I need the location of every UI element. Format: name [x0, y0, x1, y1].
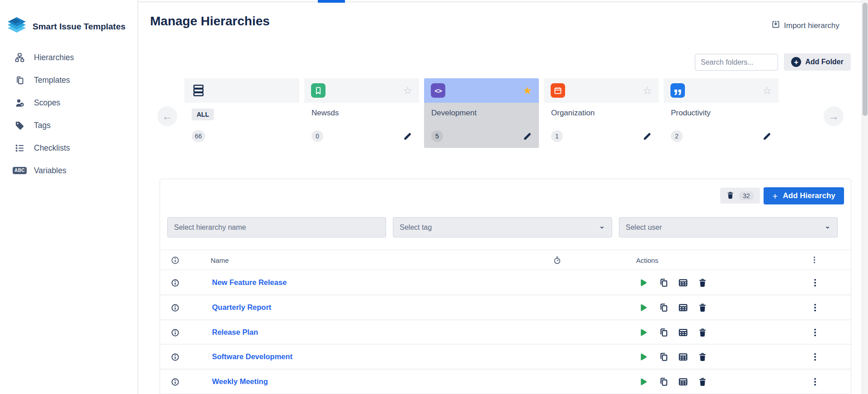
folder-name: ALL [192, 109, 214, 120]
hierarchy-rows: New Feature Release Quarterly Report Rel… [160, 271, 851, 394]
kebab-icon[interactable] [810, 256, 819, 264]
info-icon[interactable] [171, 304, 179, 312]
scroll-right-button[interactable]: → [824, 106, 844, 126]
folder-card-productivity[interactable]: ” ☆ Productivity 2 [664, 78, 778, 148]
user-check-icon [14, 97, 25, 109]
tag-filter-select[interactable]: Select tag [393, 217, 612, 237]
copy-icon[interactable] [659, 303, 669, 313]
sidebar-item-tags[interactable]: Tags [0, 114, 137, 137]
hierarchy-name-filter-input[interactable] [167, 217, 386, 237]
folder-card-body: Organization 1 [544, 103, 659, 148]
stopwatch-icon[interactable] [553, 256, 561, 265]
sidebar-item-variables[interactable]: ABC Variables [0, 159, 137, 182]
hierarchy-name-link[interactable]: Quarterly Report [212, 303, 271, 312]
scrollbar-thumb[interactable] [863, 3, 868, 116]
play-icon[interactable] [638, 303, 648, 313]
sidebar: Smart Issue Templates Hierarchies Templa… [0, 0, 138, 394]
folder-card-body: ALL 66 [184, 103, 299, 148]
star-icon[interactable]: ★ [523, 85, 532, 96]
table-icon[interactable] [678, 278, 688, 288]
table-icon[interactable] [678, 328, 688, 337]
folder-card-all[interactable]: ALL 66 [184, 78, 299, 148]
star-icon[interactable]: ☆ [403, 85, 412, 96]
pencil-icon[interactable] [763, 132, 771, 141]
checklist-icon [14, 142, 25, 154]
folder-card-development[interactable]: <> ★ Development 5 [424, 78, 539, 148]
folder-card-header: ☆ [304, 78, 419, 103]
table-row: Quarterly Report [160, 295, 851, 320]
scrollbar[interactable] [862, 0, 868, 394]
trash-icon [726, 191, 735, 201]
play-icon[interactable] [638, 278, 648, 288]
copy-icon[interactable] [659, 352, 669, 362]
folder-card-newsds[interactable]: ☆ Newsds 0 [304, 78, 419, 148]
sidebar-item-templates[interactable]: Templates [0, 69, 137, 91]
table-icon[interactable] [678, 352, 688, 362]
search-folders-input[interactable] [695, 54, 778, 71]
pencil-icon[interactable] [403, 132, 412, 141]
sidebar-item-scopes[interactable]: Scopes [0, 91, 137, 114]
info-icon [171, 256, 179, 265]
info-icon[interactable] [171, 328, 179, 337]
templates-icon [14, 75, 25, 86]
bulk-trash-button[interactable]: 32 [720, 188, 760, 204]
column-header-name[interactable]: Name [211, 256, 229, 264]
info-icon[interactable] [171, 353, 179, 361]
calendar-icon [551, 83, 565, 98]
folder-name: Development [431, 109, 476, 118]
table-icon[interactable] [678, 377, 688, 387]
pencil-icon[interactable] [523, 132, 532, 141]
folder-count-badge: 1 [551, 130, 563, 142]
copy-icon[interactable] [659, 377, 669, 387]
user-filter-select[interactable]: Select user [619, 217, 838, 237]
copy-icon[interactable] [659, 278, 669, 288]
folder-card-header: ” ☆ [664, 78, 778, 103]
kebab-icon[interactable] [810, 303, 820, 313]
hierarchy-name-link[interactable]: Weekly Meeting [212, 377, 268, 386]
filters-row: Select tag Select user [160, 217, 851, 237]
bookmark-icon [311, 83, 326, 98]
kebab-icon[interactable] [810, 352, 820, 362]
kebab-icon[interactable] [810, 328, 820, 337]
trash-icon[interactable] [698, 328, 708, 337]
add-hierarchy-button[interactable]: + Add Hierarchy [764, 187, 844, 204]
folder-card-organization[interactable]: ☆ Organization 1 [544, 78, 659, 148]
import-hierarchy-button[interactable]: Import hierarchy [771, 20, 840, 31]
folder-count-badge: 5 [431, 130, 443, 142]
trash-icon[interactable] [698, 303, 708, 313]
copy-icon[interactable] [659, 328, 669, 337]
app-brand[interactable]: Smart Issue Templates [6, 16, 126, 37]
trash-icon[interactable] [698, 377, 708, 387]
code-icon: <> [431, 83, 445, 98]
kebab-icon[interactable] [810, 278, 820, 288]
scroll-left-button[interactable]: ← [157, 106, 177, 126]
arrow-left-icon: ← [162, 110, 173, 123]
sidebar-item-checklists[interactable]: Checklists [0, 137, 137, 159]
kebab-icon[interactable] [810, 377, 820, 387]
play-icon[interactable] [638, 328, 648, 337]
play-icon[interactable] [638, 377, 648, 387]
table-icon[interactable] [678, 303, 688, 313]
star-icon[interactable]: ☆ [642, 85, 652, 96]
import-icon [771, 20, 780, 31]
star-icon[interactable]: ☆ [762, 85, 772, 96]
hierarchy-name-link[interactable]: Release Plan [212, 328, 258, 337]
user-filter-placeholder: Select user [626, 223, 662, 232]
table-row: Release Plan [160, 320, 851, 345]
play-icon[interactable] [638, 352, 648, 362]
tag-filter-placeholder: Select tag [400, 223, 432, 232]
info-icon[interactable] [171, 279, 179, 287]
trash-icon[interactable] [698, 352, 708, 362]
folder-card-body: Productivity 2 [664, 103, 778, 148]
hierarchy-name-link[interactable]: Software Development [212, 352, 292, 361]
layers-icon [6, 16, 27, 37]
trash-count-badge: 32 [739, 191, 754, 200]
sidebar-item-hierarchies[interactable]: Hierarchies [0, 46, 137, 69]
pencil-icon[interactable] [643, 132, 651, 141]
info-icon[interactable] [171, 378, 179, 386]
add-folder-button[interactable]: + Add Folder [784, 53, 851, 71]
folder-count-badge: 0 [311, 130, 323, 142]
trash-icon[interactable] [698, 278, 708, 288]
plus-circle-icon: + [791, 57, 801, 67]
hierarchy-name-link[interactable]: New Feature Release [212, 278, 287, 287]
